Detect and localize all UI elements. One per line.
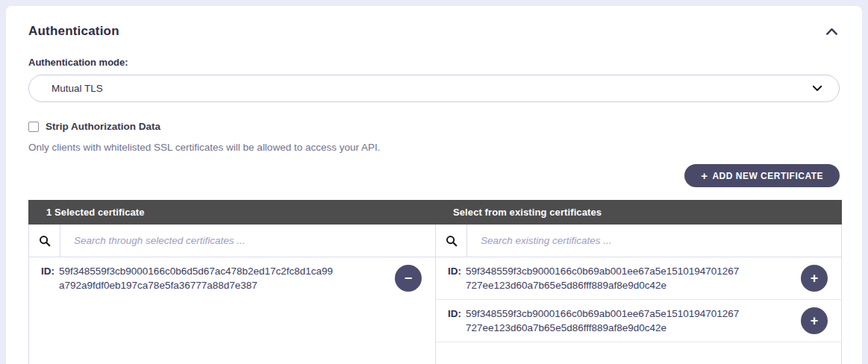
actions-row: + ADD NEW CERTIFICATE bbox=[28, 164, 840, 187]
certificate-id-line1: 59f348559f3cb9000166c0b69ab001ee67a5e151… bbox=[466, 264, 739, 278]
remove-certificate-button[interactable]: − bbox=[395, 265, 422, 292]
certificate-id-line1: 59f348559f3cb9000166c0b6d5d67ac478b2ed17… bbox=[59, 264, 333, 278]
plus-icon: + bbox=[811, 314, 819, 327]
search-icon bbox=[29, 225, 60, 257]
certificate-id-line2: a792a9fdf0eb197ca78e5fa36777a88d7e387 bbox=[59, 278, 333, 292]
existing-certificate-row: ID: 59f348559f3cb9000166c0b69ab001ee67a5… bbox=[436, 257, 841, 300]
plus-icon: + bbox=[701, 170, 708, 181]
certificate-id: ID: 59f348559f3cb9000166c0b69ab001ee67a5… bbox=[448, 307, 739, 335]
auth-mode-select[interactable]: Mutual TLS bbox=[28, 75, 840, 102]
auth-mode-selected-value: Mutual TLS bbox=[51, 83, 103, 94]
plus-icon: + bbox=[811, 272, 819, 285]
selected-certificates-header: 1 Selected certificate bbox=[28, 200, 435, 225]
certificate-id-line2: 727ee123d60a7b65e5d86fff889af8e9d0c42e bbox=[466, 278, 739, 292]
selected-certificate-row: ID: 59f348559f3cb9000166c0b6d5d67ac478b2… bbox=[29, 257, 435, 299]
panel-title: Authentication bbox=[28, 24, 119, 39]
existing-certificates-search-row bbox=[436, 225, 841, 257]
add-certificate-button[interactable]: + bbox=[801, 307, 828, 334]
strip-authorization-row: Strip Authorization Data bbox=[28, 121, 840, 132]
panel-header: Authentication bbox=[28, 6, 840, 39]
authentication-panel: Authentication Authentication mode: Mutu… bbox=[6, 6, 862, 364]
chevron-up-icon[interactable] bbox=[824, 26, 840, 37]
certificate-id: ID: 59f348559f3cb9000166c0b6d5d67ac478b2… bbox=[41, 264, 333, 292]
strip-authorization-label: Strip Authorization Data bbox=[46, 121, 160, 132]
mtls-description: Only clients with whitelisted SSL certif… bbox=[28, 142, 840, 153]
search-icon bbox=[436, 225, 467, 257]
existing-certificate-row: ID: 59f348559f3cb9000166c0b69ab001ee67a5… bbox=[436, 300, 841, 342]
certificates-table-header: 1 Selected certificate Select from exist… bbox=[28, 200, 842, 225]
certificate-id: ID: 59f348559f3cb9000166c0b69ab001ee67a5… bbox=[448, 264, 739, 292]
selected-certificates-search-row bbox=[29, 225, 435, 257]
add-certificate-button[interactable]: + bbox=[801, 265, 828, 292]
existing-certificates-header: Select from existing certificates bbox=[435, 200, 842, 225]
certificate-id-label: ID: bbox=[41, 264, 54, 292]
minus-icon: − bbox=[405, 272, 413, 285]
existing-certificates-search-input[interactable] bbox=[467, 225, 841, 257]
certificates-table-body: ID: 59f348559f3cb9000166c0b6d5d67ac478b2… bbox=[28, 225, 842, 364]
add-new-certificate-label: ADD NEW CERTIFICATE bbox=[712, 171, 823, 181]
selected-certificates-column: ID: 59f348559f3cb9000166c0b6d5d67ac478b2… bbox=[29, 225, 435, 364]
chevron-down-icon bbox=[812, 85, 822, 92]
certificates-table: 1 Selected certificate Select from exist… bbox=[28, 200, 842, 364]
certificate-id-line1: 59f348559f3cb9000166c0b69ab001ee67a5e151… bbox=[466, 307, 739, 321]
strip-authorization-checkbox[interactable] bbox=[28, 122, 39, 132]
existing-certificates-column: ID: 59f348559f3cb9000166c0b69ab001ee67a5… bbox=[435, 225, 841, 364]
selected-certificates-search-input[interactable] bbox=[60, 225, 435, 257]
add-new-certificate-button[interactable]: + ADD NEW CERTIFICATE bbox=[684, 164, 840, 187]
certificate-id-label: ID: bbox=[448, 307, 461, 335]
auth-mode-label: Authentication mode: bbox=[28, 57, 840, 68]
certificate-id-line2: 727ee123d60a7b65e5d86fff889af8e9d0c42e bbox=[466, 321, 739, 335]
certificate-id-label: ID: bbox=[448, 264, 461, 292]
